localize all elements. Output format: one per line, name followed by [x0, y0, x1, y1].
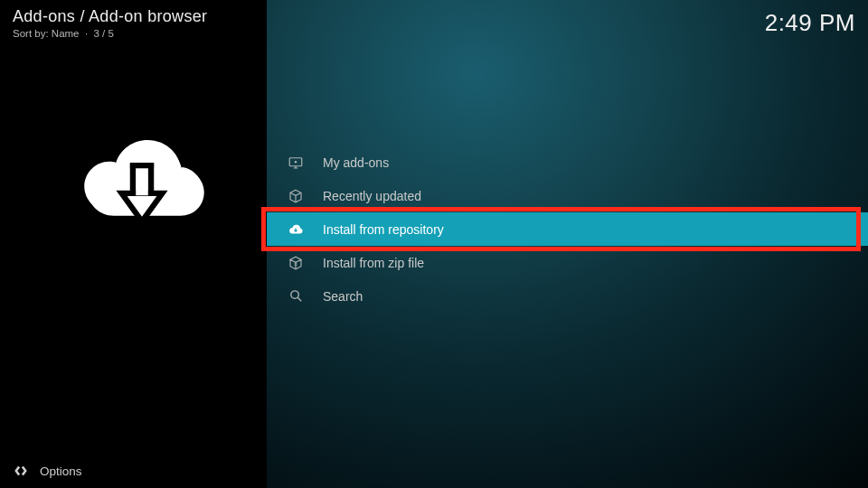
zip-icon — [287, 254, 305, 272]
options-button[interactable]: Options — [13, 463, 82, 479]
svg-rect-8 — [148, 163, 154, 195]
menu-item-label: Install from repository — [323, 222, 444, 237]
search-icon — [287, 287, 305, 305]
sidebar: Options — [0, 0, 267, 488]
options-label: Options — [40, 465, 82, 478]
main-content: My add-ons Recently updated Install from… — [267, 0, 868, 488]
breadcrumb: Add-ons / Add-on browser — [13, 7, 207, 26]
download-cloud-icon — [65, 108, 219, 262]
menu-item-my-addons[interactable]: My add-ons — [267, 145, 868, 179]
sort-info: Sort by: Name · 3 / 5 — [13, 28, 207, 39]
options-icon — [13, 463, 29, 479]
svg-point-10 — [295, 161, 297, 163]
download-cloud-icon — [287, 221, 305, 239]
menu-item-label: Install from zip file — [323, 256, 424, 270]
menu-item-install-from-repository[interactable]: Install from repository — [267, 212, 868, 246]
addon-browser-menu: My add-ons Recently updated Install from… — [267, 145, 868, 313]
menu-item-label: Recently updated — [323, 189, 421, 203]
menu-item-label: Search — [323, 289, 363, 304]
menu-item-label: My add-ons — [323, 155, 389, 170]
menu-item-recently-updated[interactable]: Recently updated — [267, 179, 868, 212]
menu-item-search[interactable]: Search — [267, 279, 868, 313]
svg-point-11 — [290, 291, 298, 299]
menu-item-install-from-zip[interactable]: Install from zip file — [267, 246, 868, 279]
monitor-icon — [287, 154, 305, 172]
box-icon — [287, 187, 305, 205]
svg-rect-7 — [130, 163, 136, 195]
